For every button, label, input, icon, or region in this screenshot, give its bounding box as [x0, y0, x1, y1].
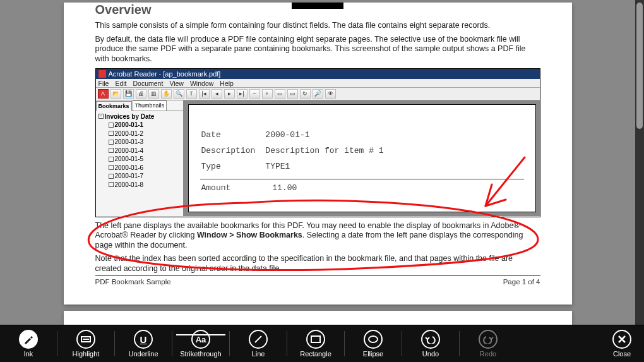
redo-icon: [479, 330, 498, 349]
tree-item-8: 2000-01-8: [115, 181, 144, 190]
hand-icon: ✋: [161, 89, 172, 99]
fit-page-icon: ▭: [275, 89, 285, 99]
svg-line-2: [255, 336, 261, 342]
open-icon: 📂: [110, 89, 121, 99]
paragraph-1: This sample consists of a simple form co…: [95, 21, 540, 31]
search-icon: 👁: [325, 89, 336, 99]
drag-handle[interactable]: [292, 3, 343, 9]
page-footer: PDF Bookmark Sample Page 1 of 4: [95, 275, 540, 286]
acrobat-menubar: File Edit Document View Window Help: [96, 79, 540, 88]
strikethrough-button[interactable]: Aa Strikethrough: [172, 325, 229, 362]
acrobat-toolbar: A 📂 💾 🖨 ▥ ✋ 🔍 T |◂ ◂ ▸ ▸| − + ▭ ▭ ↻: [96, 88, 540, 100]
paragraph-4: Note that the index has been sorted acco…: [95, 254, 540, 274]
tree-root: Invoices by Date: [105, 112, 155, 121]
first-page-icon: |◂: [199, 89, 210, 99]
acrobat-icon: [98, 70, 106, 78]
next-page-icon: ▸: [224, 89, 235, 99]
scrollbar-thumb[interactable]: [636, 3, 643, 129]
tab-bookmarks: Bookmarks: [96, 101, 132, 111]
rendered-page: Date2000-01-1 DescriptionDescription for…: [188, 104, 536, 212]
save-icon: 💾: [123, 89, 134, 99]
field-date-label: Date: [201, 128, 265, 142]
footer-page: Page 1 of 4: [503, 278, 540, 286]
vertical-scrollbar[interactable]: [635, 0, 644, 325]
tree-item-6: 2000-01-6: [115, 164, 144, 172]
document-area[interactable]: Overview This sample consists of a simpl…: [0, 0, 635, 325]
fit-width-icon: ▭: [287, 89, 298, 99]
content-pane: Date2000-01-1 DescriptionDescription for…: [184, 100, 540, 216]
tree-item-3: 2000-01-3: [115, 138, 144, 147]
page-2: [64, 311, 572, 325]
footer-title: PDF Bookmark Sample: [95, 278, 171, 286]
svg-rect-1: [83, 339, 89, 340]
ellipse-icon: [364, 330, 383, 349]
menu-path-bold: Window > Show Bookmarks: [197, 231, 302, 239]
zoom-in-icon: +: [262, 89, 273, 99]
annotation-toolbar: Ink Highlight U Underline Aa Strikethrou…: [0, 325, 644, 362]
adobe-logo-icon: A: [98, 89, 109, 99]
line-button[interactable]: Line: [230, 325, 287, 362]
field-type-label: Type: [201, 159, 265, 174]
menu-edit: Edit: [115, 80, 126, 87]
nav-icon: ▥: [148, 89, 159, 99]
field-desc-value: Description for item # 1: [265, 143, 392, 158]
menu-help: Help: [220, 80, 234, 87]
tree-item-7: 2000-01-7: [115, 172, 144, 181]
ink-button[interactable]: Ink: [0, 325, 57, 362]
undo-icon: [421, 330, 440, 349]
highlight-icon: [76, 330, 95, 349]
menu-window: Window: [190, 80, 213, 87]
highlight-button[interactable]: Highlight: [57, 325, 114, 362]
tree-item-5: 2000-01-5: [115, 155, 144, 164]
zoom-icon: 🔍: [174, 89, 184, 99]
print-icon: 🖨: [136, 89, 146, 99]
svg-point-4: [369, 336, 378, 342]
underline-button[interactable]: U Underline: [115, 325, 172, 362]
prev-page-icon: ◂: [212, 89, 222, 99]
field-type-value: TYPE1: [265, 159, 392, 174]
bookmark-tree: −Invoices by Date 2000-01-1 2000-01-2 20…: [96, 111, 183, 191]
paragraph-3: The left pane displays the available boo…: [95, 221, 540, 251]
tab-thumbnails: Thumbnails: [133, 100, 167, 111]
page-1: Overview This sample consists of a simpl…: [64, 3, 572, 305]
ink-icon: [19, 330, 38, 349]
redo-button[interactable]: Redo: [460, 325, 516, 362]
svg-rect-3: [311, 336, 320, 342]
ellipse-button[interactable]: Ellipse: [345, 325, 402, 362]
paragraph-2: By default, the data file will produce a…: [95, 35, 540, 64]
bookmark-pane: Bookmarks Thumbnails −Invoices by Date 2…: [96, 100, 184, 216]
field-desc-label: Description: [201, 143, 265, 158]
text-select-icon: T: [186, 89, 197, 99]
field-amount-value: 11.00: [241, 181, 306, 195]
rectangle-icon: [306, 330, 325, 349]
tree-item-2: 2000-01-2: [115, 130, 144, 138]
tree-item-1: 2000-01-1: [115, 121, 144, 130]
menu-file: File: [98, 80, 109, 87]
rectangle-button[interactable]: Rectangle: [287, 325, 344, 362]
menu-document: Document: [133, 80, 164, 87]
rotate-icon: ↻: [300, 89, 311, 99]
close-button[interactable]: Close: [600, 325, 644, 362]
zoom-out-icon: −: [249, 89, 260, 99]
undo-button[interactable]: Undo: [402, 325, 459, 362]
find-icon: 🔎: [313, 89, 323, 99]
underline-icon: U: [134, 330, 153, 349]
acrobat-titlebar: Acrobat Reader - [ap_bookmark.pdf]: [96, 69, 540, 79]
menu-view: View: [169, 80, 184, 87]
field-amount-label: Amount: [201, 181, 240, 195]
line-icon: [249, 330, 268, 349]
acrobat-title: Acrobat Reader - [ap_bookmark.pdf]: [109, 70, 221, 78]
close-icon: [612, 330, 631, 349]
last-page-icon: ▸|: [237, 89, 247, 99]
sample-screenshot: Acrobat Reader - [ap_bookmark.pdf] File …: [95, 68, 540, 217]
viewport: Overview This sample consists of a simpl…: [0, 0, 644, 362]
field-date-value: 2000-01-1: [265, 128, 392, 142]
tree-item-4: 2000-01-4: [115, 147, 144, 155]
strikethrough-icon: Aa: [191, 330, 210, 349]
